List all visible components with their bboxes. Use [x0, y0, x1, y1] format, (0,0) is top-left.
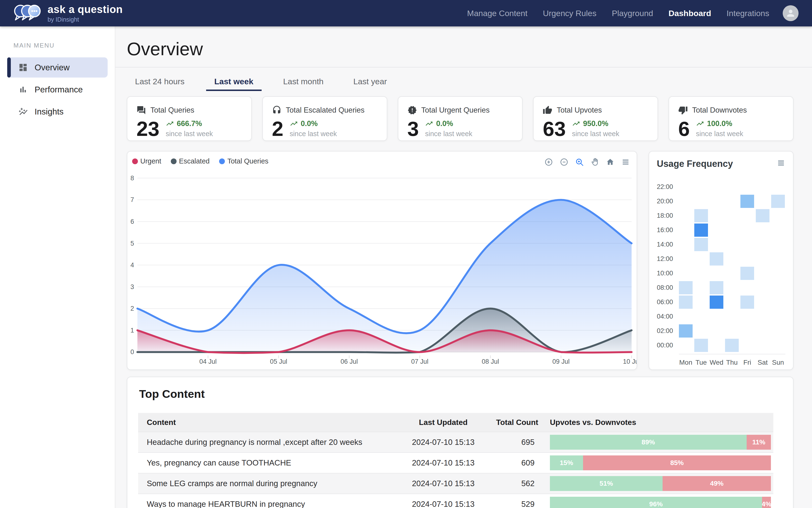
dashboard-icon	[18, 62, 28, 72]
heatmap-cell	[725, 296, 739, 309]
heatmap-time-label: 02:00	[657, 327, 679, 335]
heatmap-cell	[740, 281, 754, 294]
heatmap-cell	[756, 339, 770, 352]
upvote-segment: 89%	[550, 435, 747, 450]
trend-up-icon	[696, 120, 704, 128]
svg-text:2: 2	[130, 305, 134, 312]
headset-icon	[272, 105, 281, 115]
svg-text:05 Jul: 05 Jul	[270, 358, 287, 365]
table-header-row: ContentLast UpdatedTotal CountUpvotes vs…	[138, 413, 773, 432]
heatmap-cell	[725, 339, 739, 352]
tab-last-24-hours[interactable]: Last 24 hours	[127, 73, 193, 91]
heatmap-cell	[679, 310, 693, 323]
brand[interactable]: ask a question by IDinsight	[13, 2, 123, 24]
heatmap-cell	[710, 296, 723, 309]
stat-card-total-upvotes: Total Upvotes63950.0%since last week	[533, 96, 658, 141]
heatmap-cell	[679, 296, 693, 309]
cell-total-count: 562	[489, 479, 546, 488]
trend-up-icon	[425, 120, 433, 128]
cell-last-updated: 2024-07-10 15:13	[397, 458, 489, 467]
heatmap-cell	[694, 310, 708, 323]
stat-card-total-downvotes: Total Downvotes6100.0%since last week	[668, 96, 794, 141]
legend-item-escalated[interactable]: Escalated	[171, 157, 209, 165]
heatmap-cell	[756, 310, 770, 323]
toolbar-zoom-out-icon[interactable]	[560, 158, 568, 166]
toolbar-pan-icon[interactable]	[590, 158, 599, 166]
heatmap-day-label: Thu	[725, 359, 739, 366]
legend-item-total-queries[interactable]: Total Queries	[219, 157, 268, 165]
upvote-segment: 51%	[550, 476, 663, 491]
tab-last-month[interactable]: Last month	[275, 73, 332, 91]
navbar-menu: Manage ContentUrgency RulesPlaygroundDas…	[467, 9, 769, 18]
heatmap-cell	[694, 296, 708, 309]
heatmap-cell	[740, 223, 754, 237]
stat-card-total-queries: Total Queries23666.7%since last week	[127, 96, 252, 141]
heatmap-cell	[740, 296, 754, 309]
heatmap-cell	[710, 223, 723, 237]
heatmap-cell	[694, 238, 708, 251]
col-header-total-count: Total Count	[489, 418, 546, 427]
nav-item-playground[interactable]: Playground	[612, 9, 653, 18]
heatmap-time-label: 14:00	[657, 241, 679, 248]
sidebar-item-overview[interactable]: Overview	[7, 57, 108, 78]
sidebar-item-insights[interactable]: Insights	[7, 101, 108, 122]
toolbar-home-icon[interactable]	[606, 158, 615, 166]
stat-label: Total Escalated Queries	[286, 106, 364, 115]
heatmap-cell	[710, 180, 723, 194]
table-row: Yes, pregnancy can cause TOOTHACHE2024-0…	[138, 452, 773, 473]
heatmap-time-label: 16:00	[657, 226, 679, 234]
toolbar-menu-icon[interactable]	[621, 158, 630, 166]
heatmap-cell	[740, 195, 754, 208]
pan-icon	[590, 158, 599, 166]
heatmap-cell	[725, 223, 739, 237]
chart-toolbar	[544, 158, 630, 166]
heatmap-cell	[725, 195, 739, 208]
queries-area-chart[interactable]: 01234567804 Jul05 Jul06 Jul07 Jul08 Jul0…	[127, 152, 636, 370]
heatmap-cell	[771, 209, 785, 222]
tab-last-year[interactable]: Last year	[345, 73, 395, 91]
usage-menu-button[interactable]	[777, 159, 785, 167]
nav-item-urgency-rules[interactable]: Urgency Rules	[543, 9, 596, 18]
legend-item-urgent[interactable]: Urgent	[132, 157, 161, 165]
heatmap-cell	[694, 281, 708, 294]
heatmap-time-label: 00:00	[657, 342, 679, 349]
stat-caption: since last week	[572, 130, 619, 138]
usage-heatmap: 22:0020:0018:0016:0014:0012:0010:0008:00…	[657, 179, 785, 366]
nav-item-manage-content[interactable]: Manage Content	[467, 9, 527, 18]
heatmap-cell	[756, 252, 770, 265]
col-header-content: Content	[138, 418, 397, 427]
heatmap-cell	[694, 223, 708, 237]
heatmap-cell	[725, 252, 739, 265]
trend-up-icon	[166, 120, 174, 128]
cell-content: Yes, pregnancy can cause TOOTHACHE	[138, 458, 397, 467]
sidebar-item-label: Overview	[35, 62, 70, 72]
stat-value: 3	[408, 118, 419, 139]
svg-text:5: 5	[130, 240, 134, 247]
tab-last-week[interactable]: Last week	[206, 73, 262, 91]
heatmap-cell	[771, 238, 785, 251]
user-avatar[interactable]	[783, 5, 799, 21]
chat-bubbles-logo-icon	[13, 2, 43, 24]
nav-item-dashboard[interactable]: Dashboard	[668, 9, 711, 18]
upvote-segment: 96%	[550, 497, 762, 508]
stat-change: 0.0%	[436, 119, 453, 128]
heatmap-time-label: 08:00	[657, 284, 679, 291]
heatmap-cell	[679, 238, 693, 251]
toolbar-selection-zoom-icon[interactable]	[575, 158, 584, 166]
user-icon	[785, 8, 796, 18]
heatmap-cell	[756, 180, 770, 194]
heatmap-cell	[679, 209, 693, 222]
svg-text:8: 8	[130, 174, 134, 182]
stat-change: 100.0%	[707, 119, 732, 128]
legend-dot	[219, 159, 225, 164]
heatmap-cell	[710, 281, 723, 294]
toolbar-zoom-in-icon[interactable]	[544, 158, 553, 166]
cell-total-count: 695	[489, 438, 546, 447]
heatmap-cell	[771, 267, 785, 280]
nav-item-integrations[interactable]: Integrations	[727, 9, 769, 18]
sidebar-item-performance[interactable]: Performance	[7, 80, 108, 100]
heatmap-cell	[756, 209, 770, 222]
heatmap-day-label: Wed	[710, 359, 723, 366]
thumb-down-icon	[678, 105, 688, 115]
sidebar: MAIN MENU OverviewPerformanceInsights	[0, 27, 115, 508]
